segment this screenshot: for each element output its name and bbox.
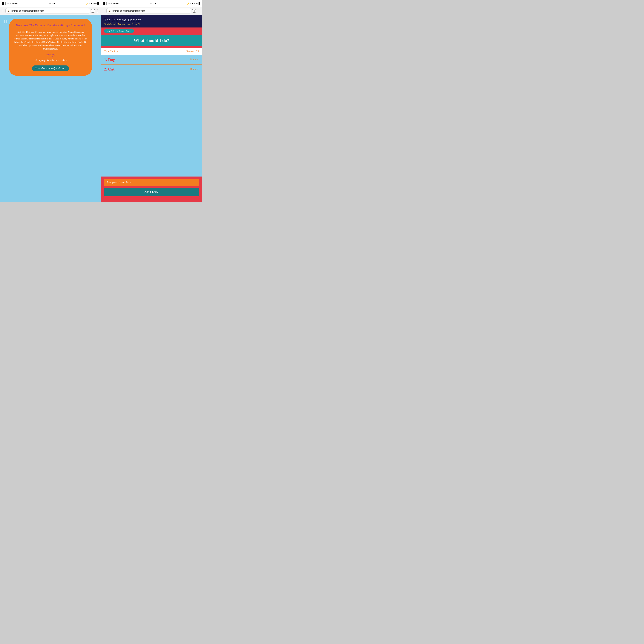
url-text-left: ilemma-decider.herokuapp.com	[11, 10, 44, 12]
status-bar-left: ▌▌▌ VZW Wi-Fi ▾ 02:29 🌙 ↗ ✦ 79% ▉	[0, 0, 101, 7]
choices-section: Your Choices Remove All 1. Dog Remove 2.…	[101, 48, 202, 177]
bottom-red-strip	[101, 199, 202, 202]
app-header: The Dilemma Decider Can't decide?? Let y…	[101, 15, 202, 27]
status-bar: ▌▌▌ VZW Wi-Fi ▾ 02:29 🌙 ↗ ✦ 79% ▉ ▌▌▌ VZ…	[0, 0, 202, 7]
remove-button-2[interactable]: Remove	[190, 68, 199, 71]
url-text-right: ilemma-decider.herokuapp.com	[112, 10, 145, 12]
modal-title: How does The Delimma Decider's AI algori…	[13, 23, 88, 28]
app-title: The Dilemma Decider	[104, 18, 199, 22]
red-separator	[101, 46, 202, 48]
url-bar-right[interactable]: 🔒 ilemma-decider.herokuapp.com	[106, 8, 191, 13]
how-it-works-button[interactable]: How Dilemma Decider Works	[104, 29, 134, 33]
choice-text-1: 1. Dog	[104, 57, 115, 62]
browser-bar-right: ‹ 🔒 ilemma-decider.herokuapp.com 4 ⋮	[101, 7, 202, 15]
modal-close-button[interactable]: Close when your ready to decide...	[32, 65, 69, 71]
remove-button-1[interactable]: Remove	[190, 58, 199, 61]
menu-dots-left[interactable]: ⋮	[96, 9, 99, 13]
status-right-signal: ▌▌▌ VZW Wi-Fi ▾	[103, 2, 119, 5]
status-left-time: 02:29	[49, 2, 55, 5]
choice-text-2: 2. Cat	[104, 67, 114, 72]
left-panel: Th How does The Delimma Decider's AI alg…	[0, 15, 101, 202]
choice-input[interactable]	[104, 179, 199, 186]
add-choice-button[interactable]: Add Choice	[104, 188, 199, 196]
tab-count-right[interactable]: 4	[192, 9, 196, 13]
status-bar-right: ▌▌▌ VZW Wi-Fi ▾ 02:29 🌙 ↗ ✦ 78% ▉	[101, 0, 202, 7]
url-prefix-left: ile	[11, 10, 13, 12]
modal-body2: Nah, it just picks a choice at random.	[13, 59, 88, 62]
status-right-battery: 🌙 ↗ ✦ 78% ▉	[186, 2, 200, 5]
what-bar: What should I do?	[101, 35, 202, 46]
modal-subtitle: Really?	[13, 53, 88, 57]
back-button-right[interactable]: ‹	[102, 9, 105, 13]
main-content: Th How does The Delimma Decider's AI alg…	[0, 15, 202, 202]
choice-item-2: 2. Cat Remove	[101, 65, 202, 74]
status-right-time: 02:29	[150, 2, 156, 5]
status-left-signal: ▌▌▌ VZW Wi-Fi ▾	[2, 2, 19, 5]
modal-card: How does The Delimma Decider's AI algori…	[9, 19, 92, 76]
bg-title: Th	[3, 19, 9, 25]
choices-header: Your Choices Remove All	[101, 48, 202, 55]
main-question: What should I do?	[104, 38, 199, 43]
lock-icon: 🔒	[7, 10, 10, 12]
choice-item-1: 1. Dog Remove	[101, 55, 202, 65]
input-area: Add Choice	[101, 177, 202, 199]
remove-all-button[interactable]: Remove All	[186, 50, 199, 53]
modal-body: First, The Delimma Decider puts your cho…	[13, 30, 88, 50]
url-main-right: mma-decider.herokuapp.com	[114, 10, 145, 12]
how-it-works-bar: How Dilemma Decider Works	[101, 27, 202, 35]
app-subtitle: Can't decide?? Let your computer do it!	[104, 23, 199, 26]
tab-count-left[interactable]: 4	[91, 9, 95, 13]
browser-bar: ‹ 🔒 ilemma-decider.herokuapp.com 4 ⋮ ‹ 🔒…	[0, 7, 202, 15]
right-panel: The Dilemma Decider Can't decide?? Let y…	[101, 15, 202, 202]
url-prefix-right: ile	[112, 10, 114, 12]
menu-dots-right[interactable]: ⋮	[197, 9, 200, 13]
url-bar-left[interactable]: 🔒 ilemma-decider.herokuapp.com	[5, 8, 90, 13]
lock-icon-right: 🔒	[108, 10, 111, 12]
choices-label: Your Choices	[104, 50, 118, 53]
choices-list: 1. Dog Remove 2. Cat Remove	[101, 55, 202, 177]
status-left-battery: 🌙 ↗ ✦ 79% ▉	[85, 2, 99, 5]
browser-bar-left: ‹ 🔒 ilemma-decider.herokuapp.com 4 ⋮	[0, 7, 101, 15]
back-button[interactable]: ‹	[1, 9, 4, 13]
url-main-left: mma-decider.herokuapp.com	[13, 10, 44, 12]
